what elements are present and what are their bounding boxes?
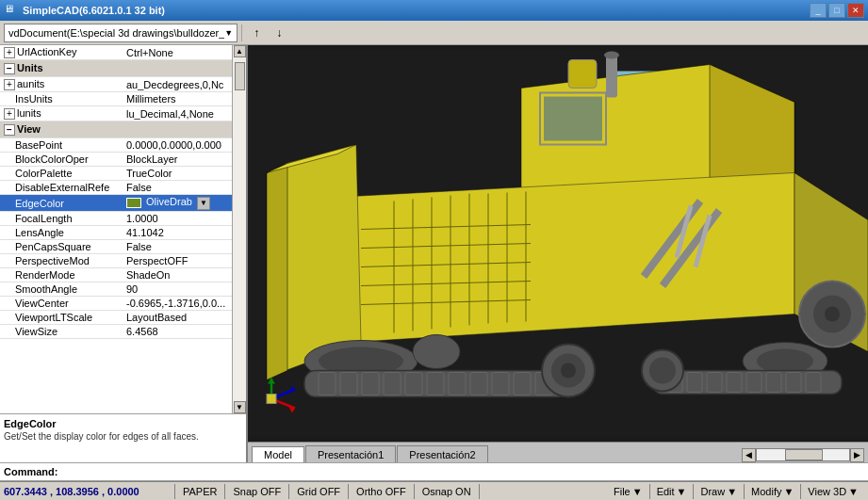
table-row: BasePoint 0.0000,0.0000,0.000 (0, 138, 232, 153)
prop-val: TrueColor (123, 167, 232, 181)
prop-key: DisableExternalRefe (0, 181, 123, 195)
status-sep (288, 484, 289, 499)
info-title: EdgeColor (4, 418, 242, 429)
tabs-bar: Model Presentación1 Presentación2 ◀ ▶ (248, 442, 868, 462)
table-row: +UrlActionKey Ctrl+None (0, 45, 232, 60)
tab-scroll-thumb[interactable] (785, 449, 823, 460)
units-expand-icon[interactable]: − (4, 63, 15, 74)
app-icon: 🖥 (4, 3, 19, 18)
table-row-edgecolor[interactable]: EdgeColor OliveDrab ▼ (0, 195, 232, 211)
status-sep (693, 484, 694, 499)
prop-key: RenderMode (0, 267, 123, 282)
status-sep (800, 484, 801, 499)
info-desc: Get/Set the display color for edges of a… (4, 431, 242, 442)
prop-val: Millimeters (123, 92, 232, 106)
expand-icon[interactable]: + (4, 79, 15, 90)
title-bar: 🖥 SimpleCAD(6.6021.0.1 32 bit) _ □ ✕ (0, 0, 868, 21)
table-row: DisableExternalRefe False (0, 181, 232, 195)
view3d-menu-button[interactable]: View 3D ▼ (802, 483, 864, 500)
title-bar-buttons: _ □ ✕ (810, 3, 864, 18)
svg-point-41 (757, 349, 813, 374)
prop-key: +UrlActionKey (0, 45, 123, 60)
osnap-status[interactable]: Osnap ON (416, 483, 478, 500)
status-sep (479, 484, 480, 499)
command-input[interactable] (61, 466, 864, 477)
file-menu-button[interactable]: File ▼ (608, 483, 648, 500)
svg-rect-57 (606, 56, 617, 98)
tab-scroll-right[interactable]: ▶ (850, 448, 864, 462)
prop-val: 6.4568 (123, 324, 232, 338)
section-units-header[interactable]: −Units (0, 60, 232, 77)
table-row: +lunits lu_Decimal,4,None (0, 106, 232, 121)
viewport[interactable] (248, 45, 868, 442)
scroll-thumb[interactable] (235, 62, 245, 90)
sort-desc-button[interactable]: ↓ (269, 24, 289, 42)
status-sep (744, 484, 745, 499)
snap-status[interactable]: Snap OFF (226, 483, 287, 500)
table-row: −Units (0, 60, 232, 77)
svg-point-39 (561, 363, 576, 379)
prop-val: 0.0000,0.0000,0.000 (123, 138, 232, 153)
grid-status[interactable]: Grid OFF (290, 483, 347, 500)
viewport-svg (248, 45, 868, 442)
coords-display: 607.3443 , 108.3956 , 0.0000 (4, 486, 173, 497)
prop-key: ViewCenter (0, 296, 123, 310)
status-bar: 607.3443 , 108.3956 , 0.0000 PAPER Snap … (0, 481, 868, 500)
ortho-status[interactable]: Ortho OFF (350, 483, 413, 500)
tab-scroll-left[interactable]: ◀ (742, 448, 756, 462)
tab-presentacion2[interactable]: Presentación2 (397, 445, 487, 462)
close-button[interactable]: ✕ (847, 3, 864, 18)
command-bar: Command: (0, 462, 868, 481)
toolbar: vdDocument(E:\special 3d drawings\bulldo… (0, 21, 868, 45)
view3d-menu-arrow: ▼ (848, 486, 859, 497)
svg-point-71 (825, 307, 840, 322)
prop-key: FocalLength (0, 211, 123, 225)
doc-dropdown-arrow[interactable]: ▼ (224, 28, 233, 38)
table-row: PenCapsSquare False (0, 239, 232, 253)
status-sep (224, 484, 225, 499)
prop-val: lu_Decimal,4,None (123, 106, 232, 121)
scroll-track[interactable] (234, 57, 246, 401)
prop-val: ShadeOn (123, 267, 232, 282)
prop-val: 90 (123, 282, 232, 296)
section-view-header[interactable]: −View (0, 121, 232, 138)
maximize-button[interactable]: □ (828, 3, 845, 18)
sort-asc-button[interactable]: ↑ (246, 24, 267, 42)
scroll-up-button[interactable]: ▲ (234, 45, 246, 57)
svg-rect-61 (568, 60, 597, 89)
expand-icon[interactable]: + (4, 47, 15, 58)
view-expand-icon[interactable]: − (4, 124, 15, 136)
expand-icon[interactable]: + (4, 108, 15, 120)
tab-presentacion1[interactable]: Presentación1 (305, 445, 396, 462)
svg-point-58 (604, 52, 619, 59)
tab-scroll-track[interactable] (756, 448, 850, 461)
prop-val: False (123, 181, 232, 195)
modify-menu-button[interactable]: Modify ▼ (745, 483, 799, 500)
svg-rect-25 (304, 371, 568, 397)
file-menu-arrow: ▼ (632, 486, 643, 497)
document-dropdown[interactable]: vdDocument(E:\special 3d drawings\bulldo… (4, 24, 237, 42)
prop-key: InsUnits (0, 92, 123, 106)
prop-val: -0.6965,-1.3716,0.0... (123, 296, 232, 310)
paper-status[interactable]: PAPER (176, 483, 223, 500)
command-label: Command: (4, 466, 57, 477)
table-row: ViewportLTScale LayoutBased (0, 310, 232, 324)
vertical-scrollbar: ▲ ▼ (232, 45, 246, 413)
scroll-down-button[interactable]: ▼ (234, 401, 246, 413)
svg-rect-60 (544, 97, 602, 141)
svg-rect-68 (267, 395, 276, 404)
prop-val: au_Decdegrees,0,Nc (123, 77, 232, 92)
prop-key: ViewportLTScale (0, 310, 123, 324)
color-dropdown-arrow[interactable]: ▼ (197, 197, 210, 210)
edit-menu-button[interactable]: Edit ▼ (651, 483, 693, 500)
table-row: BlockColorOper BlockLayer (0, 153, 232, 167)
prop-key: BasePoint (0, 138, 123, 153)
edgecolor-key: EdgeColor (0, 195, 123, 211)
color-swatch (126, 198, 141, 208)
tab-model[interactable]: Model (252, 446, 304, 462)
modify-menu-arrow: ▼ (783, 486, 794, 497)
prop-val: LayoutBased (123, 310, 232, 324)
status-sep (414, 484, 415, 499)
draw-menu-button[interactable]: Draw ▼ (695, 483, 743, 500)
minimize-button[interactable]: _ (810, 3, 827, 18)
